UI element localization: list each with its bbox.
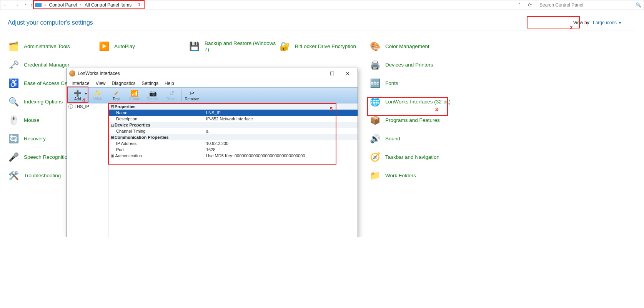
refresh-button[interactable]: ⟳ [523, 0, 536, 10]
cp-item[interactable]: 🌐LonWorks Interfaces (32-bit) [369, 93, 458, 111]
property-value[interactable]: Use MD5 Key: 000000000000000000000000000… [205, 153, 358, 158]
property-grid[interactable]: ⊟PropertiesNameLNS_IPDescriptionIP-852 N… [108, 103, 358, 159]
property-value[interactable]: LNS_IP [205, 110, 358, 115]
cp-item-icon: 🎨 [369, 41, 381, 52]
page-title: Adjust your computer's settings [8, 19, 93, 26]
maximize-button[interactable]: ☐ [324, 69, 340, 78]
cp-item-icon: 🗂️ [8, 41, 19, 52]
property-key: IP Address [108, 141, 205, 146]
cp-item[interactable]: 🔐BitLocker Drive Encryption [279, 37, 367, 56]
annotation-label-1: 1 [138, 2, 140, 7]
cp-item[interactable]: 🗂️Administrative Tools [8, 37, 96, 56]
toolbar-button-label: Add [74, 97, 81, 101]
cp-item[interactable]: 🎨Color Management [369, 37, 458, 56]
nav-back-button[interactable]: ← [0, 0, 11, 10]
cp-item-label: Speech Recognition [24, 154, 70, 160]
property-key: Channel Timing [108, 129, 205, 133]
search-icon[interactable]: 🔍 [636, 2, 641, 8]
divider [8, 30, 636, 30]
cp-item-label: Troubleshooting [24, 173, 61, 179]
toolbar-button-label: Test [113, 97, 120, 101]
nav-recent-dropdown[interactable]: ˅ [22, 0, 29, 10]
cp-item[interactable]: 💾Backup and Restore (Windows 7) [188, 37, 277, 56]
breadcrumb-seg-0[interactable]: Control Panel [48, 2, 79, 8]
menu-item[interactable]: Help [161, 81, 177, 86]
interface-list-item[interactable]: iLNS_IP [67, 103, 108, 110]
view-by-label: View by: [573, 20, 591, 25]
menu-item[interactable]: Settings [139, 81, 161, 86]
property-row[interactable]: DescriptionIP-852 Network Interface [108, 116, 358, 122]
property-group-header[interactable]: ⊟Communication Properties [108, 134, 358, 140]
view-by-control[interactable]: View by: Large icons ▾ [573, 20, 636, 25]
search-box[interactable]: 🔍 [536, 0, 644, 10]
annotation-label-4: 4 [82, 97, 85, 103]
menu-item[interactable]: Interface [68, 81, 93, 86]
breadcrumb-sep: › [78, 2, 83, 8]
collapse-icon[interactable]: ⊟ [110, 135, 115, 140]
menu-item[interactable]: Diagnostics [109, 81, 139, 86]
toolbar-add-button[interactable]: ➕Add [67, 88, 88, 103]
control-panel-icon [35, 3, 42, 7]
cp-item-label: AutoPlay [114, 43, 135, 50]
toolbar-test-button[interactable]: ✔Test [107, 88, 125, 103]
cp-item[interactable]: 🧭Taskbar and Navigation [369, 148, 458, 166]
view-by-value[interactable]: Large icons [593, 20, 617, 25]
comm-icon: 📶 [131, 90, 138, 97]
cp-item-icon: 🔤 [369, 78, 381, 89]
test-icon: ✔ [114, 90, 119, 97]
cp-item-icon: 🎤 [8, 152, 19, 163]
close-button[interactable]: ✕ [340, 69, 355, 78]
toolbar-button-label: Comm [129, 97, 140, 101]
cp-item-icon: 📁 [369, 170, 381, 181]
property-key: ⊞ Authentication [108, 153, 205, 158]
search-input[interactable] [539, 2, 636, 8]
toolbar-reset-button: ↺Reset [162, 88, 181, 103]
nav-forward-button[interactable]: → [11, 0, 22, 10]
cp-item-label: Devices and Printers [385, 62, 433, 68]
collapse-icon[interactable]: ⊟ [110, 104, 115, 109]
address-dropdown[interactable]: ˅ [516, 2, 523, 8]
cp-item-label: Programs and Features [385, 117, 440, 123]
cp-item-label: Sound [385, 136, 400, 142]
cp-item[interactable]: 🔤Fonts [369, 74, 458, 93]
property-row[interactable]: IP Address10.92.2.200 [108, 140, 358, 147]
cp-item[interactable]: 📁Work Folders [369, 166, 458, 185]
menu-item[interactable]: View [93, 81, 109, 86]
minimize-button[interactable]: — [309, 69, 324, 78]
annotation-label-3: 3 [435, 107, 438, 112]
property-value[interactable]: IP-852 Network Interface [205, 117, 358, 121]
property-value[interactable]: a [205, 129, 358, 133]
interface-list-pane: iLNS_IP ◂ ▸ [67, 103, 108, 237]
property-row[interactable]: Port1628 [108, 147, 358, 153]
property-key: Port [108, 147, 205, 152]
cp-item-label: Taskbar and Navigation [385, 154, 439, 160]
service-icon: 📷 [149, 90, 157, 97]
cp-item[interactable]: ▶️AutoPlay [98, 37, 186, 56]
dialog-titlebar[interactable]: LonWorks Interfaces — ☐ ✕ [67, 68, 358, 79]
cp-item[interactable]: 🔊Sound [369, 130, 458, 148]
cp-item-icon: 🔍 [8, 96, 19, 108]
property-value[interactable]: 1628 [205, 147, 358, 152]
cp-item-label: Credential Manager [24, 62, 70, 68]
cp-item-icon: 📦 [369, 115, 381, 126]
property-group-header[interactable]: ⊟Device Properties [108, 122, 358, 128]
breadcrumb-seg-1[interactable]: All Control Panel Items [83, 2, 133, 8]
address-bar[interactable]: ↑ › Control Panel › All Control Panel It… [29, 0, 516, 10]
property-row[interactable]: ⊞ AuthenticationUse MD5 Key: 00000000000… [108, 153, 358, 159]
nav-up-button[interactable]: ↑ [30, 2, 33, 8]
cp-item-icon: 🌐 [369, 96, 381, 108]
toolbar-remove-button[interactable]: ✂Remove [183, 88, 201, 103]
cp-item-icon: ♿ [8, 78, 19, 89]
breadcrumb-sep: › [43, 2, 48, 8]
collapse-icon[interactable]: ⊟ [110, 123, 115, 128]
expand-icon[interactable]: ⊞ [111, 153, 115, 158]
toolbar-service-button: 📷Service [144, 88, 162, 103]
property-group-header[interactable]: ⊟Properties [108, 103, 358, 110]
property-value[interactable]: 10.92.2.200 [205, 141, 358, 146]
toolbar-wink-button: ✨Wink [88, 88, 107, 103]
property-row[interactable]: Channel Timinga [108, 128, 358, 134]
cp-item[interactable]: 🖨️Devices and Printers [369, 56, 458, 74]
property-row[interactable]: NameLNS_IP [108, 110, 358, 116]
cp-item[interactable]: 📦Programs and Features [369, 111, 458, 130]
property-key: Name [108, 110, 205, 115]
